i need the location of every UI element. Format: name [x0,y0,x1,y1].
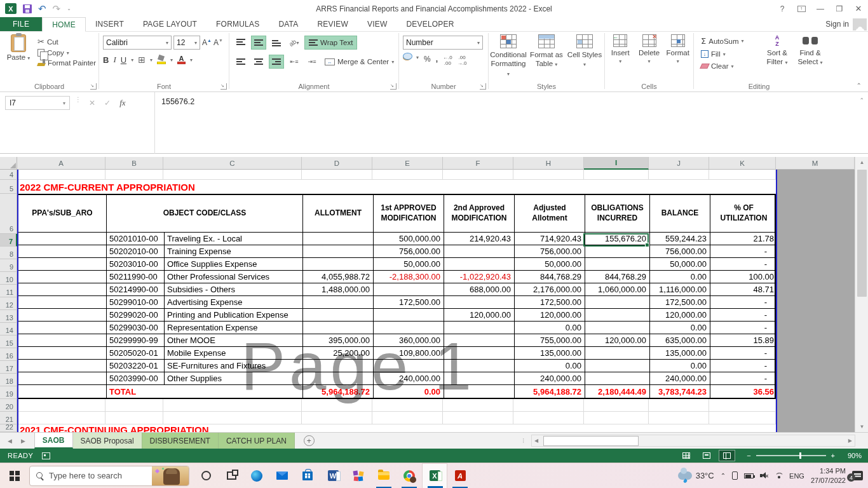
zoom-level[interactable]: 90% [840,452,862,459]
cell[interactable] [105,170,163,180]
cell-util[interactable]: - [710,258,777,271]
cell-adjusted[interactable]: 714,920.43 [515,233,585,245]
wrap-text-button[interactable]: Wrap Text [304,36,357,50]
total-util[interactable]: 36.56 [710,385,777,398]
selected-cell[interactable] [583,233,649,247]
tab-file[interactable]: FILE [0,17,42,31]
cell-balance[interactable]: 135,000.00 [650,347,710,360]
cell[interactable] [443,412,513,424]
notifications-icon[interactable]: 4 [852,471,863,480]
cell-allotment[interactable]: 4,055,988.72 [303,271,374,283]
bottom-align-button[interactable] [269,36,284,50]
table-header-cell[interactable]: OBLIGATIONS INCURRED [585,195,650,233]
cell-util[interactable]: 100.00 [710,271,777,283]
file-explorer-icon[interactable] [371,463,397,488]
cell[interactable] [649,412,709,424]
your-phone-icon[interactable] [732,471,738,480]
cell[interactable] [709,412,776,424]
decrease-indent-button[interactable]: ⇤≡ [287,55,302,69]
cell-adjusted[interactable]: 755,000.00 [515,334,585,347]
sheet-tab-disbursement[interactable]: DISBURSEMENT [142,433,219,449]
cell-allotment[interactable] [303,309,374,322]
cell-obligations[interactable]: 120,000.00 [585,334,650,347]
cell-ppa[interactable] [18,233,107,245]
cell-mod2[interactable] [444,245,515,258]
row-header-4[interactable]: 4 [0,170,17,180]
cell[interactable] [584,399,649,412]
cell[interactable] [372,412,443,424]
fill-button[interactable]: ↓Fill ▾ [699,49,746,59]
cell[interactable] [17,399,105,412]
cell-util[interactable]: - [710,309,777,322]
task-view-icon[interactable] [219,463,244,488]
cell-adjusted[interactable]: 135,000.00 [515,347,585,360]
sheet-tab-saob-proposal[interactable]: SAOB Proposal [73,433,142,449]
store-icon[interactable] [295,463,320,488]
table-header-cell[interactable]: BALANCE [650,195,710,233]
cell[interactable] [163,170,302,180]
select-all-corner[interactable] [0,157,17,170]
cell-ppa[interactable] [18,360,107,372]
column-header-A[interactable]: A [17,157,105,170]
cell[interactable] [17,412,105,424]
undo-icon[interactable]: ↶ [38,4,46,13]
cell-adjusted[interactable]: 240,000.00 [515,372,585,385]
hidden-icons-chevron[interactable]: ⌃ [721,472,726,479]
column-header-J[interactable]: J [649,157,709,170]
cell-obligations[interactable] [585,245,650,258]
tab-view[interactable]: VIEW [358,17,397,31]
cell-description[interactable]: Traveling Ex. - Local [165,233,303,245]
table-header-cell[interactable]: PPA's/SUB_ARO [18,195,107,233]
cell[interactable] [709,170,776,180]
increase-decimal-button[interactable]: ←.0 .00 [443,55,452,66]
tab-formulas[interactable]: FORMULAS [207,17,269,31]
cell-adjusted[interactable]: 2,176,000.00 [515,283,585,296]
cell-adjusted[interactable]: 50,000.00 [515,258,585,271]
align-center-button[interactable] [251,55,266,69]
cell-description[interactable]: Subsidies - Others [165,283,303,296]
cell-mod1[interactable] [374,309,444,322]
scroll-down-icon[interactable]: ▼ [855,421,868,432]
row-header-22[interactable]: 22 [0,424,17,432]
cell-description[interactable]: Advertising Expense [165,296,303,309]
help-icon[interactable]: ? [773,0,792,17]
orientation-button[interactable]: ab▾ [287,36,302,50]
cell-object-code[interactable]: 50299990-99 [107,334,165,347]
cell-object-code[interactable]: 50203010-00 [107,258,165,271]
vertical-scroll-thumb[interactable] [857,170,867,297]
cut-button[interactable]: ✂Cut [36,36,98,48]
row-header-9[interactable]: 9 [0,259,17,272]
cell[interactable] [105,412,163,424]
network-icon[interactable] [775,473,783,479]
cell[interactable] [105,399,163,412]
insert-function-icon[interactable]: fx [119,98,125,108]
cell-ppa[interactable] [18,322,107,334]
format-painter-button[interactable]: Format Painter [36,58,98,68]
cell-adjusted[interactable]: 0.00 [515,360,585,372]
row-header-16[interactable]: 16 [0,348,17,361]
edge-icon[interactable] [244,463,269,488]
cell-adjusted[interactable]: 0.00 [515,322,585,334]
cell-balance[interactable]: 0.00 [650,271,710,283]
word-icon[interactable]: W [320,463,346,488]
tab-review[interactable]: REVIEW [308,17,358,31]
cell[interactable] [17,170,105,180]
column-header-I[interactable]: I [584,157,649,170]
column-header-B[interactable]: B [105,157,163,170]
close-icon[interactable]: ✕ [849,0,868,17]
cell-ppa[interactable] [18,309,107,322]
decrease-font-icon[interactable]: A▼ [214,38,223,47]
cell-object-code[interactable]: 50299030-00 [107,322,165,334]
autosum-button[interactable]: ΣAutoSum ▾ [699,35,746,47]
new-sheet-icon[interactable]: + [304,435,315,446]
cortana-icon[interactable] [193,463,219,488]
increase-indent-button[interactable]: ⇥≡ [304,55,320,69]
cell-ppa[interactable] [18,283,107,296]
cell-description[interactable]: Office Supplies Expense [165,258,303,271]
table-header-cell[interactable]: OBJECT CODE/CLASS [107,195,303,233]
cell-obligations[interactable] [585,258,650,271]
normal-view-icon[interactable] [678,450,695,461]
column-header-H[interactable]: H [513,157,584,170]
cell[interactable] [443,170,513,180]
total-obligations[interactable]: 2,180,444.49 [585,385,650,398]
